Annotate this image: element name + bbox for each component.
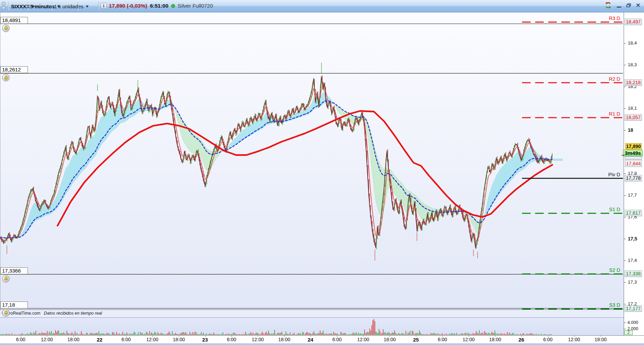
toolbar-separator — [99, 2, 99, 11]
pivot-level-name: S2 D — [604, 267, 620, 273]
time-axis-label: 23 — [202, 337, 208, 343]
alert-price-label: 18,2612 — [0, 66, 28, 73]
volume-pane[interactable] — [0, 317, 624, 335]
volume-axis-tick — [624, 329, 626, 329]
price-chart-pane[interactable] — [0, 12, 624, 309]
volume-axis-tick — [624, 323, 626, 323]
time-axis-label: 12:00 — [146, 337, 158, 342]
refresh-icon[interactable] — [604, 1, 612, 9]
title-bar: SIXXXX 5 minutos 1 k unidades i 17,890 (… — [0, 0, 644, 12]
time-axis-label: 12:00 — [41, 337, 53, 342]
price-axis-label: 18,4 — [628, 40, 637, 46]
pivot-level-name: R3 D — [604, 16, 620, 21]
alert-bell-icon[interactable] — [2, 309, 10, 317]
toolbar-separator — [52, 2, 52, 11]
price-axis-tick — [624, 195, 626, 196]
time-axis-label: 12:00 — [462, 337, 474, 342]
time-axis-label: 6:00 — [332, 337, 341, 342]
instrument-label: SIXXXX — [11, 3, 30, 9]
last-price-change: 17,890 (-0,03%) — [109, 3, 147, 9]
price-axis-tick — [624, 108, 626, 109]
countdown-label: 3m49s — [623, 150, 643, 156]
price-axis-tick — [624, 65, 626, 65]
minimize-button[interactable] — [616, 1, 622, 9]
time-axis-label: 6:00 — [16, 337, 25, 342]
pivot-axis-label: 17,177 — [625, 305, 642, 312]
time-axis-label: 18:00 — [278, 337, 290, 342]
time-axis-label: 12:00 — [568, 337, 580, 342]
window-grip-icon[interactable] — [2, 2, 7, 11]
pivot-axis-label: 17,338 — [625, 270, 642, 277]
price-axis-label: 17,3 — [628, 279, 637, 285]
pivot-level-name: S1 D — [604, 207, 620, 212]
time-axis-label: 6:00 — [438, 337, 447, 342]
price-axis-label: 18,3 — [628, 62, 637, 67]
toolbar-separator — [78, 2, 78, 11]
time-axis-label: 18:00 — [384, 337, 396, 342]
obscured-price-label — [625, 156, 642, 160]
quote-area: 17,890 (-0,03%) 6:51:00 Silver Full0720 — [109, 3, 213, 9]
price-axis-label: 17,4 — [628, 258, 637, 263]
price-axis-tick — [624, 239, 626, 239]
price-axis-tick — [624, 282, 626, 283]
last-volume-badge: 2 — [624, 330, 633, 335]
pivot-axis-label: 18,218 — [625, 79, 642, 86]
chevron-down-icon — [86, 6, 89, 8]
time-axis-label: 18:00 — [594, 337, 606, 342]
pivot-axis-label: 17,778 — [625, 175, 642, 181]
units-dropdown[interactable]: 1 k unidades — [54, 2, 89, 10]
price-axis-tick — [624, 130, 626, 130]
restore-button[interactable] — [625, 1, 632, 9]
pivot-axis-label: 18,497 — [625, 19, 642, 25]
price-axis-label: 18,1 — [628, 106, 637, 111]
price-axis-tick — [624, 304, 626, 304]
time-axis-label: 12:00 — [252, 337, 264, 342]
time-axis-label: 25 — [413, 337, 419, 343]
time-axis-label: 18:00 — [173, 337, 185, 342]
price-axis-label: 17,5 — [628, 236, 637, 241]
pivot-axis-label: 17,617 — [625, 210, 642, 216]
pivot-level-name: R1 D — [604, 111, 620, 117]
toolbar-separator — [28, 2, 28, 11]
window-bottom-border — [0, 343, 644, 345]
time-axis-label: 6:00 — [227, 337, 236, 342]
time-axis-label: 26 — [519, 337, 524, 343]
price-axis-tick — [624, 43, 626, 43]
price-axis-label: 18 — [628, 127, 633, 133]
time-axis-label: 18:00 — [67, 337, 79, 342]
time-axis-label: 6:00 — [121, 337, 131, 342]
close-button[interactable]: × — [635, 1, 641, 9]
quote-time: 6:51:00 — [150, 3, 168, 9]
window-buttons: × — [604, 1, 641, 9]
toolbar-separator — [8, 2, 9, 11]
pivot-axis-label: 18,057 — [625, 114, 642, 121]
info-icon[interactable]: i — [101, 3, 107, 9]
copyright-line: © ProRealTime.comDatos recibidos en tiem… — [2, 311, 102, 316]
connection-status-icon — [171, 4, 175, 8]
current-price-marker — [622, 155, 624, 156]
alert-price-label: 17,18 — [0, 302, 28, 308]
alert-bell-icon[interactable] — [2, 24, 10, 32]
time-axis-label: 12:00 — [357, 337, 369, 342]
alert-bell-icon[interactable] — [2, 275, 10, 283]
time-axis-label: 22 — [97, 337, 103, 343]
timeframe-label: 5 minutos — [30, 3, 55, 9]
time-axis-label: 6:00 — [543, 337, 552, 342]
time-axis-label: 24 — [308, 337, 314, 343]
price-axis-tick — [624, 217, 626, 217]
units-label: 1 k unidades — [54, 3, 83, 9]
price-axis-tick — [624, 174, 626, 174]
pivot-level-name: R2 D — [604, 76, 620, 82]
price-axis-label: 17,7 — [628, 193, 637, 198]
time-axis-label: 18:00 — [489, 337, 501, 342]
application-window: SIXXXX 5 minutos 1 k unidades i 17,890 (… — [0, 0, 644, 345]
last-price-label: 17,890 — [625, 143, 642, 149]
volume-axis-label: 4.000 — [627, 320, 638, 325]
price-axis-tick — [624, 260, 626, 261]
feed-status-text: Datos recibidos en tiempo real — [44, 311, 102, 316]
alert-price-label: 17,3366 — [0, 267, 28, 274]
feed-name: Silver Full0720 — [178, 3, 213, 9]
alert-price-label: 18,4891 — [0, 17, 28, 24]
price-axis-tick — [624, 87, 626, 87]
pivot-level-name: Piv D — [602, 172, 620, 177]
